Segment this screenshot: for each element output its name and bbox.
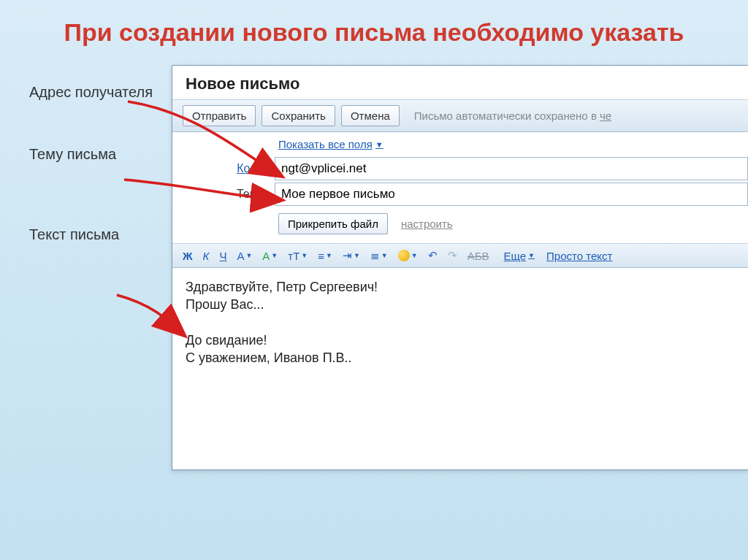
bold-button[interactable]: Ж [180,248,196,264]
editor-toolbar: Ж К Ч А▼ А▼ тТ▼ ≡▼ ⇥▼ ≣▼ ▼ ↶ ↷ АБВ Еще▼ … [172,243,748,268]
indent-button[interactable]: ⇥▼ [340,248,363,264]
autosave-status: Письмо автоматически сохранено в че [414,110,611,122]
undo-button[interactable]: ↶ [425,248,440,264]
slide-title: При создании нового письма необходимо ук… [0,0,748,54]
attach-row: Прикрепить файл настроить [278,213,748,234]
chevron-down-icon: ▼ [375,140,383,149]
slide-body: Адрес получателя Тему письма Текст письм… [0,54,748,492]
callout-body: Текст письма [29,226,168,244]
subject-row: Тема: [172,183,748,206]
align-button[interactable]: ≡▼ [315,248,335,264]
more-link[interactable]: Еще▼ [504,250,535,262]
save-button[interactable]: Сохранить [262,105,335,126]
callout-recipient: Адрес получателя [29,83,168,101]
highlight-button[interactable]: А▼ [259,248,280,264]
compose-title: Новое письмо [172,66,748,99]
to-label[interactable]: Кому: [172,162,275,175]
strikethrough-button[interactable]: АБВ [465,248,492,264]
underline-button[interactable]: Ч [216,248,229,264]
emoji-button[interactable]: ▼ [395,248,421,263]
plain-text-link[interactable]: Просто текст [546,250,612,262]
callout-subject: Тему письма [29,145,168,164]
font-size-button[interactable]: тТ▼ [285,248,310,264]
body-line: Здравствуйте, Петр Сергеевич! [186,278,735,296]
italic-button[interactable]: К [200,248,213,264]
configure-link[interactable]: настроить [401,218,453,230]
compose-window: Новое письмо Отправить Сохранить Отмена … [172,65,748,470]
list-button[interactable]: ≣▼ [367,248,391,264]
attach-button[interactable]: Прикрепить файл [278,213,388,234]
show-all-fields-link[interactable]: Показать все поля ▼ [278,138,383,150]
body-line: С уважением, Иванов П.В.. [186,349,735,367]
body-line: Прошу Вас... [186,296,735,313]
body-line: До свидание! [186,331,735,349]
subject-label: Тема: [172,188,275,201]
subject-input[interactable] [275,183,748,206]
font-color-button[interactable]: А▼ [234,248,255,264]
emoji-icon [398,250,410,261]
cancel-button[interactable]: Отмена [341,105,400,126]
compose-toolbar: Отправить Сохранить Отмена Письмо автома… [172,99,748,132]
compose-form: Показать все поля ▼ Кому: Тема: Прикрепи… [172,132,748,243]
to-input[interactable] [275,157,748,180]
send-button[interactable]: Отправить [183,105,256,126]
message-body[interactable]: Здравствуйте, Петр Сергеевич! Прошу Вас.… [172,268,748,377]
callout-labels: Адрес получателя Тему письма Текст письм… [29,76,168,288]
to-row: Кому: [172,157,748,180]
redo-button[interactable]: ↷ [445,248,460,264]
